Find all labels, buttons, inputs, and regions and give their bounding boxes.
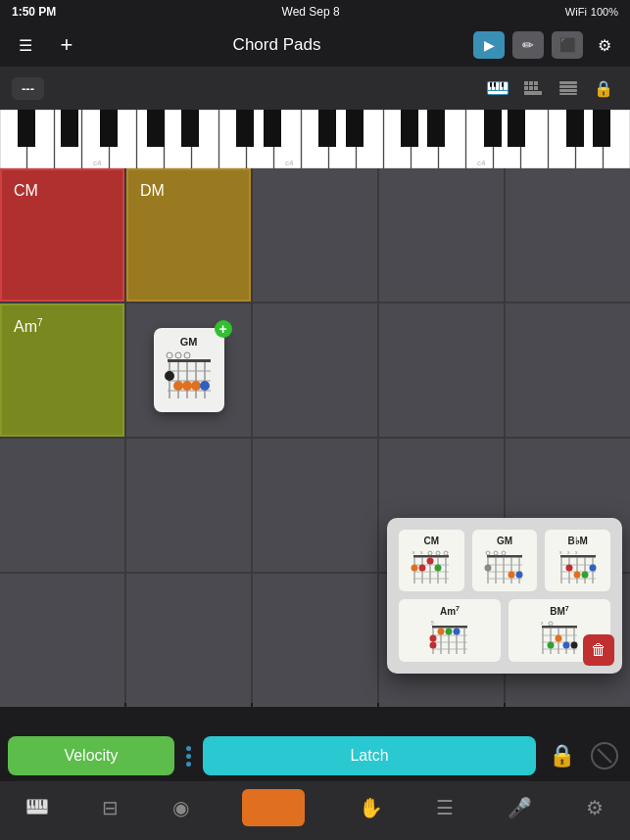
grid-view-icon[interactable] [518,73,548,103]
svg-point-141 [446,629,453,635]
svg-rect-112 [560,555,596,558]
lock-icon[interactable]: 🔒 [589,73,618,103]
chord-cell-empty-5[interactable] [379,303,504,437]
chord-cell-empty-14[interactable] [253,574,377,707]
nav-item-voice[interactable]: 🎤 [508,796,532,819]
chord-cell-am7[interactable]: Am7 [0,303,124,437]
popup-chord-am7-label: Am7 [440,605,460,617]
cm-fret-mini: x x [410,550,453,585]
chord-cell-gm[interactable]: + GM [126,303,251,437]
svg-point-71 [167,352,172,358]
svg-rect-97 [487,555,522,558]
svg-text:x: x [575,550,578,555]
gm-fret-diagram [162,351,217,400]
chord-cell-empty-8[interactable] [126,439,251,572]
add-button[interactable]: + [53,31,80,59]
svg-rect-57 [566,110,584,147]
menu-button[interactable]: ☰ [12,31,39,59]
svg-point-125 [573,571,580,578]
piano-nav-icon [26,797,48,819]
svg-rect-5 [504,82,508,90]
chord-cell-empty-2[interactable] [379,168,504,302]
cancel-button[interactable] [587,738,622,773]
popup-delete-button[interactable]: 🗑 [583,634,614,666]
chord-wheel-icon: ◉ [172,796,189,819]
chord-cell-empty-4[interactable] [253,303,377,437]
gm-card-title: GM [162,336,217,348]
chord-cell-empty-13[interactable] [126,574,251,707]
status-right: WiFi 100% [565,6,618,18]
svg-rect-47 [147,110,165,147]
dash-button[interactable]: --- [12,77,44,100]
popup-chord-bm7-label: BM7 [550,605,568,617]
chord-cell-empty-7[interactable] [0,439,124,572]
status-time: 1:50 PM [12,5,56,19]
popup-chord-am7[interactable]: Am7 5 [399,599,501,662]
popup-row-2: Am7 5 BM7 [399,599,610,662]
keyboard-icon[interactable] [483,73,512,103]
svg-rect-53 [401,110,418,147]
popup-chord-gm[interactable]: GM [472,530,538,591]
svg-point-78 [200,381,210,391]
chord-selection-popup: CM x x [387,518,622,674]
svg-rect-14 [529,86,533,90]
svg-rect-62 [168,359,211,362]
nav-item-piano[interactable] [26,797,48,819]
nav-item-notes[interactable]: ☰ [436,796,454,819]
svg-point-72 [175,352,181,358]
chord-label-cm: CM [14,182,38,200]
list-view-icon[interactable] [554,73,583,103]
chord-cell-empty-6[interactable] [506,303,630,437]
gm-add-button[interactable]: + [215,320,232,338]
toolbar-right: 🔒 [483,73,618,103]
svg-point-155 [556,635,562,642]
lock-button[interactable]: 🔒 [544,738,579,773]
nav-item-settings[interactable]: ⚙ [586,796,604,819]
chord-cell-empty-3[interactable] [506,168,630,302]
svg-rect-58 [593,110,610,147]
svg-rect-167 [33,800,35,806]
svg-rect-11 [529,81,533,85]
svg-text:c4: c4 [477,159,486,167]
svg-point-138 [430,635,437,642]
svg-point-92 [444,551,448,555]
nav-item-chord-pads[interactable]: ⊞ Chord Pads [242,789,305,826]
chord-cell-empty-9[interactable] [253,439,377,572]
svg-point-96 [435,564,442,571]
chord-cell-empty-1[interactable] [253,168,377,302]
svg-text:x: x [412,550,415,555]
nav-item-scale[interactable]: ✋ [359,796,383,819]
record-button[interactable]: ⬛ [552,31,583,59]
chord-pads-active-tab: ⊞ Chord Pads [242,789,305,826]
svg-rect-16 [524,91,542,95]
svg-rect-54 [427,110,445,147]
svg-rect-168 [41,800,43,806]
piano-keyboard[interactable]: c4 c4 c4 [0,110,630,168]
svg-rect-17 [559,81,577,84]
latch-button[interactable]: Latch [203,736,536,775]
svg-rect-10 [524,81,528,85]
velocity-button[interactable]: Velocity [8,736,174,775]
svg-rect-128 [432,626,467,629]
svg-point-77 [191,381,201,391]
popup-chord-cm-label: CM [424,536,440,546]
svg-rect-79 [413,555,449,558]
svg-point-73 [184,352,190,358]
more-options-menu[interactable] [182,746,195,767]
chord-cell-empty-12[interactable] [0,574,124,707]
settings-button[interactable]: ⚙ [591,31,618,59]
popup-chord-bbm[interactable]: B♭M x x x [545,530,610,591]
chord-label-am7: Am7 [14,317,43,336]
edit-button[interactable]: ✏ [512,31,544,59]
popup-chord-cm[interactable]: CM x x [399,530,464,591]
chord-cell-cm[interactable]: CM [0,168,124,302]
chord-cell-dm[interactable]: DM [126,168,251,302]
svg-rect-52 [346,110,363,147]
svg-rect-46 [100,110,118,147]
nav-item-strings[interactable]: ⊟ [102,796,119,819]
svg-rect-48 [181,110,199,147]
nav-item-chord-wheel[interactable]: ◉ [172,796,189,819]
play-button[interactable]: ▶ [473,31,505,59]
svg-point-76 [182,381,192,391]
svg-point-106 [486,551,490,555]
